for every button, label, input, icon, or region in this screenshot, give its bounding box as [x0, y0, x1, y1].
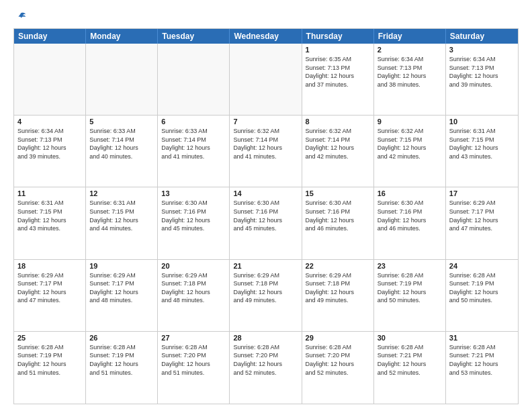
day-number: 13	[161, 189, 226, 197]
calendar-cell: 29Sunrise: 6:28 AM Sunset: 7:20 PM Dayli…	[302, 332, 374, 404]
calendar-cell: 4Sunrise: 6:34 AM Sunset: 7:13 PM Daylig…	[14, 116, 86, 187]
calendar-cell: 21Sunrise: 6:29 AM Sunset: 7:18 PM Dayli…	[230, 260, 302, 331]
cell-info: Sunrise: 6:31 AM Sunset: 7:15 PM Dayligh…	[17, 199, 82, 232]
calendar-cell: 23Sunrise: 6:28 AM Sunset: 7:19 PM Dayli…	[374, 260, 446, 331]
day-number: 10	[449, 118, 515, 126]
calendar-cell: 24Sunrise: 6:28 AM Sunset: 7:19 PM Dayli…	[446, 260, 518, 331]
day-number: 2	[378, 46, 442, 54]
calendar-header-day: Tuesday	[158, 29, 230, 44]
day-number: 29	[306, 334, 370, 342]
calendar-header-day: Friday	[374, 29, 446, 44]
day-number: 3	[449, 46, 515, 54]
day-number: 8	[306, 118, 370, 126]
calendar-cell: 28Sunrise: 6:28 AM Sunset: 7:20 PM Dayli…	[230, 332, 302, 404]
cell-info: Sunrise: 6:28 AM Sunset: 7:21 PM Dayligh…	[449, 343, 515, 377]
cell-info: Sunrise: 6:29 AM Sunset: 7:18 PM Dayligh…	[306, 271, 370, 305]
cell-info: Sunrise: 6:29 AM Sunset: 7:18 PM Dayligh…	[161, 271, 226, 305]
day-number: 4	[17, 118, 82, 126]
cell-info: Sunrise: 6:32 AM Sunset: 7:14 PM Dayligh…	[306, 127, 370, 161]
calendar-header-day: Wednesday	[230, 29, 302, 44]
calendar-cell: 16Sunrise: 6:30 AM Sunset: 7:16 PM Dayli…	[374, 187, 446, 259]
cell-info: Sunrise: 6:29 AM Sunset: 7:17 PM Dayligh…	[449, 199, 515, 232]
calendar-cell: 6Sunrise: 6:33 AM Sunset: 7:14 PM Daylig…	[158, 116, 230, 187]
day-number: 9	[378, 118, 442, 126]
day-number: 31	[449, 334, 515, 342]
cell-info: Sunrise: 6:28 AM Sunset: 7:20 PM Dayligh…	[233, 343, 298, 377]
cell-info: Sunrise: 6:34 AM Sunset: 7:13 PM Dayligh…	[378, 55, 442, 89]
calendar-body: 1Sunrise: 6:35 AM Sunset: 7:13 PM Daylig…	[14, 44, 518, 404]
day-number: 14	[233, 189, 298, 197]
cell-info: Sunrise: 6:34 AM Sunset: 7:13 PM Dayligh…	[17, 127, 82, 161]
cell-info: Sunrise: 6:28 AM Sunset: 7:19 PM Dayligh…	[17, 343, 82, 377]
cell-info: Sunrise: 6:28 AM Sunset: 7:20 PM Dayligh…	[161, 343, 226, 377]
cell-info: Sunrise: 6:30 AM Sunset: 7:16 PM Dayligh…	[233, 199, 298, 232]
cell-info: Sunrise: 6:31 AM Sunset: 7:15 PM Dayligh…	[449, 127, 515, 161]
cell-info: Sunrise: 6:28 AM Sunset: 7:19 PM Dayligh…	[449, 271, 515, 305]
cell-info: Sunrise: 6:28 AM Sunset: 7:19 PM Dayligh…	[378, 271, 442, 305]
day-number: 12	[89, 189, 154, 197]
day-number: 26	[89, 334, 154, 342]
calendar-cell: 25Sunrise: 6:28 AM Sunset: 7:19 PM Dayli…	[14, 332, 86, 404]
calendar-cell	[14, 44, 86, 115]
cell-info: Sunrise: 6:29 AM Sunset: 7:17 PM Dayligh…	[89, 271, 154, 305]
calendar-cell: 5Sunrise: 6:33 AM Sunset: 7:14 PM Daylig…	[86, 116, 158, 187]
cell-info: Sunrise: 6:32 AM Sunset: 7:14 PM Dayligh…	[233, 127, 298, 161]
day-number: 5	[89, 118, 154, 126]
calendar-cell: 3Sunrise: 6:34 AM Sunset: 7:13 PM Daylig…	[446, 44, 518, 115]
day-number: 7	[233, 118, 298, 126]
calendar-cell: 19Sunrise: 6:29 AM Sunset: 7:17 PM Dayli…	[86, 260, 158, 331]
calendar-cell: 30Sunrise: 6:28 AM Sunset: 7:21 PM Dayli…	[374, 332, 446, 404]
calendar-week: 1Sunrise: 6:35 AM Sunset: 7:13 PM Daylig…	[14, 44, 518, 116]
calendar-cell: 12Sunrise: 6:31 AM Sunset: 7:15 PM Dayli…	[86, 187, 158, 259]
day-number: 21	[233, 262, 298, 270]
calendar-cell: 1Sunrise: 6:35 AM Sunset: 7:13 PM Daylig…	[302, 44, 374, 115]
cell-info: Sunrise: 6:29 AM Sunset: 7:17 PM Dayligh…	[17, 271, 82, 305]
calendar-cell: 31Sunrise: 6:28 AM Sunset: 7:21 PM Dayli…	[446, 332, 518, 404]
calendar-header-day: Sunday	[14, 29, 86, 44]
calendar-cell: 14Sunrise: 6:30 AM Sunset: 7:16 PM Dayli…	[230, 187, 302, 259]
calendar-cell: 9Sunrise: 6:32 AM Sunset: 7:15 PM Daylig…	[374, 116, 446, 187]
day-number: 6	[161, 118, 226, 126]
calendar-week: 4Sunrise: 6:34 AM Sunset: 7:13 PM Daylig…	[14, 116, 518, 187]
cell-info: Sunrise: 6:34 AM Sunset: 7:13 PM Dayligh…	[449, 55, 515, 89]
calendar-cell: 15Sunrise: 6:30 AM Sunset: 7:16 PM Dayli…	[302, 187, 374, 259]
cell-info: Sunrise: 6:33 AM Sunset: 7:14 PM Dayligh…	[161, 127, 226, 161]
cell-info: Sunrise: 6:31 AM Sunset: 7:15 PM Dayligh…	[89, 199, 154, 232]
calendar-cell: 10Sunrise: 6:31 AM Sunset: 7:15 PM Dayli…	[446, 116, 518, 187]
day-number: 17	[449, 189, 515, 197]
day-number: 23	[378, 262, 442, 270]
day-number: 19	[89, 262, 154, 270]
cell-info: Sunrise: 6:28 AM Sunset: 7:21 PM Dayligh…	[378, 343, 442, 377]
cell-info: Sunrise: 6:28 AM Sunset: 7:20 PM Dayligh…	[306, 343, 370, 377]
calendar-header-day: Thursday	[302, 29, 374, 44]
day-number: 16	[378, 189, 442, 197]
calendar-cell: 22Sunrise: 6:29 AM Sunset: 7:18 PM Dayli…	[302, 260, 374, 331]
cell-info: Sunrise: 6:30 AM Sunset: 7:16 PM Dayligh…	[306, 199, 370, 232]
calendar-header: SundayMondayTuesdayWednesdayThursdayFrid…	[14, 29, 518, 44]
cell-info: Sunrise: 6:30 AM Sunset: 7:16 PM Dayligh…	[161, 199, 226, 232]
calendar-week: 25Sunrise: 6:28 AM Sunset: 7:19 PM Dayli…	[14, 332, 518, 404]
calendar-week: 18Sunrise: 6:29 AM Sunset: 7:17 PM Dayli…	[14, 260, 518, 332]
calendar-header-day: Saturday	[446, 29, 518, 44]
day-number: 1	[306, 46, 370, 54]
calendar-cell: 11Sunrise: 6:31 AM Sunset: 7:15 PM Dayli…	[14, 187, 86, 259]
cell-info: Sunrise: 6:29 AM Sunset: 7:18 PM Dayligh…	[233, 271, 298, 305]
cell-info: Sunrise: 6:28 AM Sunset: 7:19 PM Dayligh…	[89, 343, 154, 377]
calendar-cell	[230, 44, 302, 115]
calendar-cell	[86, 44, 158, 115]
calendar-header-day: Monday	[86, 29, 158, 44]
calendar-cell: 27Sunrise: 6:28 AM Sunset: 7:20 PM Dayli…	[158, 332, 230, 404]
cell-info: Sunrise: 6:30 AM Sunset: 7:16 PM Dayligh…	[378, 199, 442, 232]
calendar-week: 11Sunrise: 6:31 AM Sunset: 7:15 PM Dayli…	[14, 187, 518, 259]
calendar-cell: 13Sunrise: 6:30 AM Sunset: 7:16 PM Dayli…	[158, 187, 230, 259]
calendar-cell: 8Sunrise: 6:32 AM Sunset: 7:14 PM Daylig…	[302, 116, 374, 187]
calendar-cell	[158, 44, 230, 115]
day-number: 20	[161, 262, 226, 270]
cell-info: Sunrise: 6:33 AM Sunset: 7:14 PM Dayligh…	[89, 127, 154, 161]
day-number: 30	[378, 334, 442, 342]
day-number: 28	[233, 334, 298, 342]
day-number: 25	[17, 334, 82, 342]
calendar-cell: 2Sunrise: 6:34 AM Sunset: 7:13 PM Daylig…	[374, 44, 446, 115]
calendar: SundayMondayTuesdayWednesdayThursdayFrid…	[13, 28, 519, 404]
day-number: 24	[449, 262, 515, 270]
